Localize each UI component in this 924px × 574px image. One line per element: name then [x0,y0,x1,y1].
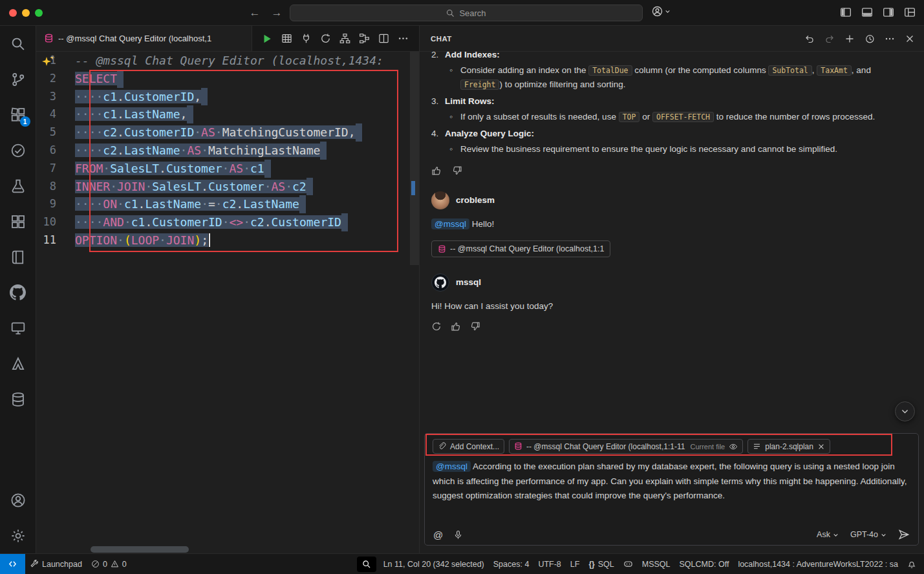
chat-input-text[interactable]: @mssql According to the execution plan s… [433,460,910,504]
history-icon[interactable] [865,34,875,44]
language-label: SQL [598,560,614,569]
microphone-icon[interactable] [453,530,463,540]
attached-file-chip[interactable]: -- @mssql Chat Query Editor (localhost,1… [431,240,610,257]
toggle-primary-sidebar-icon[interactable] [840,6,852,18]
activity-github[interactable] [0,275,36,310]
code-line: 5····c2.CustomerID·AS·MatchingCustomerID… [36,123,410,142]
mode-selector[interactable]: Ask [817,530,839,539]
agent-message: Hi! How can I assist you today? [431,299,908,314]
search-placeholder: Search [459,8,486,18]
notifications-item[interactable] [903,554,924,574]
error-icon [91,560,100,568]
launchpad-item[interactable]: Launchpad [25,554,87,574]
activity-remote-explorer[interactable] [0,310,36,346]
indentation-item[interactable]: Spaces: 4 [489,554,534,574]
code-line: 7FROM·SalesLT.Customer·AS·c1 [36,160,410,178]
code-line: 4····c1.LastName, [36,105,410,123]
database-icon [10,392,26,407]
toggle-secondary-sidebar-icon[interactable] [883,6,894,18]
redo-icon[interactable] [824,34,835,44]
activity-extensions[interactable]: 1 [0,97,36,133]
run-query-button[interactable] [261,33,273,45]
close-window-button[interactable] [9,9,17,17]
query-plan-icon[interactable] [359,33,370,44]
activity-search[interactable] [0,26,36,61]
navigate-back-button[interactable]: ← [247,5,263,21]
inline-code: OFFSET-FETCH [652,112,714,122]
activity-accounts[interactable] [0,482,36,518]
split-editor-icon[interactable] [378,33,389,44]
editor-horizontal-scrollbar[interactable] [91,546,189,553]
scroll-to-bottom-button[interactable] [895,401,915,421]
more-actions-icon[interactable] [885,34,895,44]
account-menu[interactable] [652,6,671,17]
editor-vertical-scrollbar[interactable] [410,52,419,546]
current-file-chip[interactable]: -- @mssql Chat Query Editor (localhost,1… [509,439,743,454]
cursor-position-item[interactable]: Ln 11, Col 20 (342 selected) [379,554,489,574]
undo-icon[interactable] [804,34,815,44]
inline-code: SubTotal [768,65,811,76]
more-actions-icon[interactable] [398,33,409,44]
thumbs-up-icon[interactable] [451,321,461,332]
line-number: 5 [36,123,75,142]
overview-ruler-selection-mark [411,181,415,195]
activity-source-control[interactable] [0,61,36,97]
schema-designer-icon[interactable] [339,33,350,44]
eol-item[interactable]: LF [566,554,585,574]
code-line: 11OPTION·(LOOP·JOIN); [36,231,410,250]
activity-tasks[interactable] [0,133,36,168]
navigate-forward-button[interactable]: → [269,5,285,21]
mode-label: Ask [817,530,830,539]
github-icon [10,284,26,301]
minimize-window-button[interactable] [22,9,30,17]
traffic-lights [9,9,43,17]
copilot-item[interactable] [619,554,638,574]
add-context-chip[interactable]: Add Context... [433,439,504,454]
customize-layout-icon[interactable] [904,6,916,18]
code-editor[interactable]: 1-- @mssql Chat Query Editor (localhost,… [36,52,410,546]
answer-feedback [431,165,908,176]
toggle-panel-icon[interactable] [861,6,873,18]
regenerate-icon[interactable] [431,321,442,332]
activity-azure[interactable] [0,346,36,381]
remove-chip-icon[interactable] [817,443,825,451]
mention-button[interactable]: @ [433,529,443,540]
thumbs-down-icon[interactable] [470,321,480,332]
activity-docs[interactable] [0,239,36,275]
user-name: croblesm [456,193,495,207]
mssql-mention-chip[interactable]: @mssql [431,218,469,229]
remote-indicator[interactable] [0,554,25,574]
scrollbar-thumb[interactable] [410,52,419,265]
problems-item[interactable]: 0 0 [87,554,131,574]
zoom-window-button[interactable] [35,9,43,17]
activity-blocks[interactable] [0,204,36,239]
thumbs-up-icon[interactable] [431,165,442,176]
editor-tab[interactable]: -- @mssql Chat Query Editor (localhost,1 [36,26,252,51]
mssql-item[interactable]: MSSQL [638,554,675,574]
model-selector[interactable]: GPT-4o [850,530,886,539]
activity-testing[interactable] [0,168,36,204]
mssql-label: MSSQL [642,560,671,569]
zoom-status-item[interactable] [357,557,376,572]
language-item[interactable]: {} SQL [584,554,618,574]
search-input[interactable]: Search [290,5,643,21]
activity-mssql[interactable] [0,381,36,417]
list-file-icon [753,442,761,451]
code-line: 3····c1.CustomerID, [36,88,410,106]
eye-icon[interactable] [729,442,738,451]
sqlcmd-item[interactable]: SQLCMD: Off [675,554,734,574]
results-grid-icon[interactable] [281,33,292,44]
plan-file-chip[interactable]: plan-2.sqlplan [747,439,830,454]
disconnect-icon[interactable] [301,33,312,44]
user-avatar [431,191,449,209]
new-chat-icon[interactable] [844,34,855,44]
connection-label: localhost,1434 : AdventureWorksLT2022 : … [738,560,898,569]
close-icon[interactable] [905,34,915,44]
chat-input-box[interactable]: Add Context... -- @mssql Chat Query Edit… [424,433,919,546]
change-connection-icon[interactable] [320,33,331,44]
send-button[interactable] [898,529,910,540]
connection-item[interactable]: localhost,1434 : AdventureWorksLT2022 : … [733,554,903,574]
thumbs-down-icon[interactable] [452,165,462,176]
activity-settings[interactable] [0,518,36,553]
encoding-item[interactable]: UTF-8 [533,554,565,574]
